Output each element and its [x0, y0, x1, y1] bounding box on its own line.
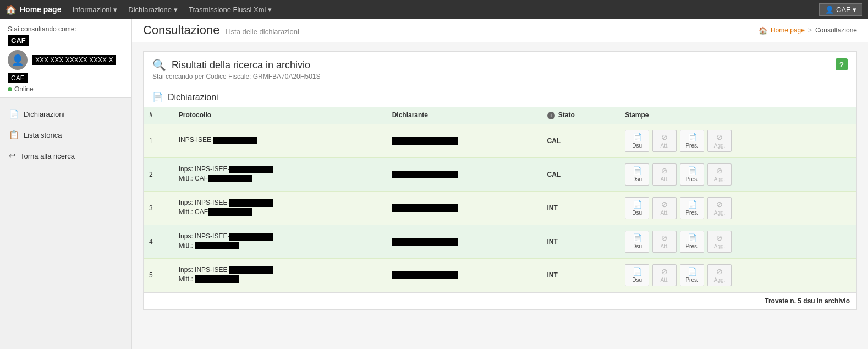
table-row: 5Inps: INPS-ISEE- Mitt.: INT📄Dsu⊘Att.📄Pr… [144, 258, 856, 292]
stamp-button-att: ⊘Att. [652, 130, 677, 152]
stamp-button-pres[interactable]: 📄Pres. [680, 163, 704, 186]
cell-stato: INT [542, 258, 620, 292]
stamp-button-agg: ⊘Agg. [707, 163, 732, 186]
navbar-right: 👤 CAF ▾ [819, 3, 862, 16]
chevron-down-icon: ▾ [268, 6, 272, 14]
no-icon: ⊘ [661, 267, 668, 276]
col-num: # [144, 107, 173, 124]
no-icon: ⊘ [661, 166, 668, 175]
list-icon: 📋 [9, 130, 19, 140]
stamp-button-dsu[interactable]: 📄Dsu [625, 264, 649, 286]
status-badge: INT [547, 271, 558, 279]
col-protocollo: Protocollo [173, 107, 387, 124]
sidebar: Stai consultando come: CAF 👤 XXX XXX XXX… [0, 19, 132, 349]
document-icon: 📄 [633, 133, 642, 141]
stamp-button-dsu[interactable]: 📄Dsu [625, 130, 649, 152]
table-footer: Trovate n. 5 dsu in archivio [144, 292, 856, 309]
stamp-button-agg: ⊘Agg. [707, 231, 732, 253]
sidebar-item-lista-storica[interactable]: 📋 Lista storica [0, 124, 131, 145]
stamp-button-dsu[interactable]: 📄Dsu [625, 163, 649, 186]
navbar-menu-trasmissione[interactable]: Trasmissione Flussi Xml ▾ [189, 6, 272, 14]
no-icon: ⊘ [661, 233, 668, 242]
dichiarazioni-section-header: 📄 Dichiarazioni [144, 85, 856, 107]
cell-num: 3 [144, 191, 173, 225]
sidebar-role-badge: CAF [8, 73, 28, 83]
avatar: 👤 [8, 50, 28, 70]
sidebar-item-dichiarazioni[interactable]: 📄 Dichiarazioni [0, 103, 131, 124]
navbar-menu-dichiarazione[interactable]: Dichiarazione ▾ [128, 6, 178, 14]
cell-protocol: Inps: INPS-ISEE- Mitt.: [173, 225, 387, 258]
status-badge: CAL [547, 137, 561, 145]
stamp-button-pres[interactable]: 📄Pres. [680, 231, 704, 253]
dichiarazioni-section-title: Dichiarazioni [168, 92, 218, 102]
help-button[interactable]: ? [836, 58, 848, 70]
navbar-brand-label: Home page [20, 5, 61, 14]
navbar-menu-informazioni[interactable]: Informazioni ▾ [72, 6, 117, 14]
document-icon: 📄 [633, 267, 642, 276]
stamp-button-pres[interactable]: 📄Pres. [680, 130, 704, 152]
cell-dichiarante [387, 258, 542, 292]
cell-stato: CAL [542, 124, 620, 157]
navbar-menu: Informazioni ▾ Dichiarazione ▾ Trasmissi… [72, 6, 808, 14]
cell-stampe: 📄Dsu⊘Att.📄Pres.⊘Agg. [619, 225, 856, 258]
navbar-menu-trasmissione-label: Trasmissione Flussi Xml [189, 6, 266, 14]
main-content: Consultazione Lista delle dichiarazioni … [132, 19, 868, 349]
breadcrumb-home-icon: 🏠 [759, 26, 767, 35]
no-icon: ⊘ [716, 133, 723, 141]
document-icon: 📄 [688, 233, 697, 242]
stamp-button-pres[interactable]: 📄Pres. [680, 264, 704, 286]
page-title: Consultazione [143, 23, 219, 37]
search-icon: 🔍 [152, 58, 166, 72]
stamp-button-att: ⊘Att. [652, 197, 677, 219]
navbar-menu-dichiarazione-label: Dichiarazione [128, 6, 172, 14]
avatar-icon: 👤 [12, 54, 24, 66]
document-icon: 📄 [688, 133, 697, 141]
col-dichiarante: Dichiarante [387, 107, 542, 124]
card-subtitle: Stai cercando per Codice Fiscale: GRMFBA… [152, 73, 320, 80]
breadcrumb-home-link[interactable]: Home page [771, 26, 805, 34]
document-icon: 📄 [9, 109, 19, 119]
user-menu-button[interactable]: 👤 CAF ▾ [819, 3, 862, 16]
card-header: 🔍 Risultati della ricerca in archivio St… [144, 52, 856, 85]
status-badge: INT [547, 238, 558, 246]
no-icon: ⊘ [716, 166, 723, 175]
status-dot-icon [8, 87, 12, 91]
home-icon: 🏠 [6, 4, 17, 15]
table-row: 4Inps: INPS-ISEE- Mitt.: INT📄Dsu⊘Att.📄Pr… [144, 225, 856, 258]
stamp-button-dsu[interactable]: 📄Dsu [625, 197, 649, 219]
cell-protocol: Inps: INPS-ISEE- Mitt.: CAF [173, 157, 387, 191]
document-icon: 📄 [633, 166, 642, 175]
col-stato-label: Stato [558, 111, 575, 119]
stamp-button-att: ⊘Att. [652, 231, 677, 253]
document-icon: 📄 [688, 166, 697, 175]
chevron-down-icon: ▾ [853, 6, 856, 14]
stato-info-icon[interactable]: i [547, 112, 555, 119]
sidebar-item-lista-storica-label: Lista storica [24, 131, 62, 139]
cell-protocol: Inps: INPS-ISEE- Mitt.: [173, 258, 387, 292]
chevron-down-icon: ▾ [113, 6, 117, 14]
navbar-menu-informazioni-label: Informazioni [72, 6, 111, 14]
cell-num: 5 [144, 258, 173, 292]
top-navbar: 🏠 Home page Informazioni ▾ Dichiarazione… [0, 0, 868, 19]
col-stampe: Stampe [619, 107, 856, 124]
cell-stampe: 📄Dsu⊘Att.📄Pres.⊘Agg. [619, 124, 856, 157]
status-badge: CAL [547, 171, 561, 178]
dichiarazioni-table: # Protocollo Dichiarante i Stato Stampe … [144, 107, 856, 292]
stamp-button-dsu[interactable]: 📄Dsu [625, 231, 649, 253]
no-icon: ⊘ [716, 233, 723, 242]
sidebar-item-torna-ricerca[interactable]: ↩ Torna alla ricerca [0, 145, 131, 166]
cell-stampe: 📄Dsu⊘Att.📄Pres.⊘Agg. [619, 157, 856, 191]
card-title-row: 🔍 Risultati della ricerca in archivio [152, 58, 320, 72]
breadcrumb-separator: > [808, 26, 812, 34]
no-icon: ⊘ [661, 133, 668, 141]
no-icon: ⊘ [716, 267, 723, 276]
cell-protocol: Inps: INPS-ISEE- Mitt.: CAF [173, 191, 387, 225]
sidebar-item-torna-ricerca-label: Torna alla ricerca [20, 152, 75, 160]
sidebar-caf-badge: CAF [8, 35, 29, 46]
stamp-button-att: ⊘Att. [652, 163, 677, 186]
navbar-brand[interactable]: 🏠 Home page [6, 4, 61, 15]
table-row: 2Inps: INPS-ISEE- Mitt.: CAF CAL📄Dsu⊘Att… [144, 157, 856, 191]
card-title-block: 🔍 Risultati della ricerca in archivio St… [152, 58, 320, 80]
stamp-button-pres[interactable]: 📄Pres. [680, 197, 704, 219]
user-icon: 👤 [825, 6, 834, 14]
